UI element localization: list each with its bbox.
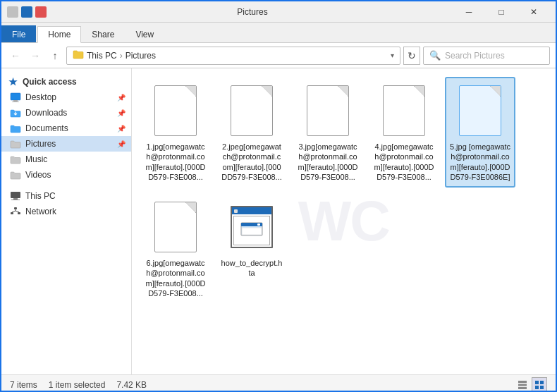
quick-access-label: Quick access — [23, 77, 77, 87]
file-name-5: 5.jpg [omegawatch@protonmail.com][feraut… — [449, 142, 511, 182]
forward-button[interactable]: → — [27, 47, 44, 64]
sidebar-downloads-label: Downloads — [25, 108, 67, 118]
sidebar-music-label: Music — [25, 154, 47, 164]
file-name-3: 3.jpg[omegawatch@protonmail.com][ferauto… — [297, 142, 359, 182]
file-item-hta[interactable]: how_to_decrypt.hta — [216, 193, 287, 304]
file-name-4: 4.jpg[omegawatch@protonmail.com][ferauto… — [373, 142, 435, 182]
svg-rect-4 — [13, 198, 18, 200]
file-icon-wrapper-3 — [302, 82, 353, 139]
search-field[interactable]: 🔍 Search Pictures — [423, 47, 550, 65]
svg-line-10 — [12, 211, 16, 212]
svg-rect-0 — [11, 93, 20, 100]
status-size: 7.42 KB — [116, 380, 147, 390]
sidebar-item-thispc[interactable]: This PC — [1, 188, 131, 204]
sidebar-pictures-label: Pictures — [25, 139, 56, 149]
file-name-2: 2.jpeg[omegawatch@protonmail.com][feraut… — [221, 142, 283, 182]
back-button[interactable]: ← — [7, 47, 24, 64]
search-placeholder: Search Pictures — [445, 51, 505, 61]
up-button[interactable]: ↑ — [47, 47, 63, 64]
svg-rect-17 — [518, 384, 527, 386]
svg-rect-6 — [14, 207, 17, 209]
svg-rect-5 — [11, 200, 20, 200]
address-dropdown-arrow[interactable]: ▾ — [391, 51, 394, 59]
address-field[interactable]: This PC › Pictures ▾ — [66, 47, 400, 65]
file-area: WC 1.jpg[omegawatch@protonmail.com][fera… — [132, 68, 556, 374]
svg-rect-1 — [13, 100, 18, 102]
svg-rect-2 — [12, 102, 19, 102]
file-page-2 — [231, 85, 273, 136]
videos-icon — [10, 169, 21, 180]
refresh-button[interactable]: ↻ — [403, 47, 420, 65]
tb-icon-3 — [35, 6, 47, 18]
file-page-1 — [154, 85, 197, 136]
file-item-6[interactable]: 6.jpg[omegawatch@protonmail.com][ferauto… — [140, 193, 211, 304]
file-page-5 — [459, 85, 501, 136]
status-bar: 7 items 1 item selected 7.42 KB — [1, 374, 556, 392]
file-item-5[interactable]: 5.jpg [omegawatch@protonmail.com][feraut… — [445, 77, 515, 188]
svg-rect-21 — [535, 386, 539, 389]
sidebar-videos-label: Videos — [25, 170, 51, 180]
ribbon-tabs: File Home Share View — [1, 23, 556, 42]
status-item-count: 7 items — [10, 380, 37, 390]
svg-rect-7 — [11, 212, 13, 214]
tb-icon-1 — [7, 6, 18, 18]
sidebar-item-pictures[interactable]: Pictures 📌 — [1, 136, 131, 152]
sidebar-item-music[interactable]: Music — [1, 152, 131, 167]
sidebar-item-videos[interactable]: Videos — [1, 167, 131, 183]
sidebar-quick-access: ★ Quick access — [1, 74, 131, 90]
file-page-6 — [154, 202, 197, 252]
svg-rect-8 — [18, 212, 20, 214]
downloads-icon — [10, 107, 21, 118]
desktop-icon — [10, 92, 21, 103]
status-selected: 1 item selected — [49, 380, 106, 390]
documents-pin: 📌 — [117, 125, 126, 133]
sidebar-item-desktop[interactable]: Desktop 📌 — [1, 90, 131, 105]
svg-rect-22 — [540, 386, 544, 389]
svg-rect-15 — [242, 228, 262, 235]
file-page-3 — [307, 85, 349, 136]
downloads-pin: 📌 — [117, 109, 126, 117]
quick-access-icon: ★ — [7, 76, 18, 87]
pictures-pin: 📌 — [117, 140, 126, 148]
close-button[interactable]: ✕ — [518, 1, 550, 23]
hta-file-icon — [231, 206, 273, 248]
file-page-4 — [383, 85, 425, 136]
file-icon-wrapper-6 — [150, 199, 201, 255]
address-pictures: Pictures — [126, 51, 156, 61]
maximize-button[interactable]: □ — [485, 1, 518, 23]
file-item-4[interactable]: 4.jpg[omegawatch@protonmail.com][ferauto… — [369, 77, 439, 188]
title-bar: Pictures ─ □ ✕ — [1, 1, 556, 23]
thispc-icon — [10, 190, 21, 202]
svg-rect-3 — [11, 192, 20, 198]
sidebar-documents-label: Documents — [25, 123, 68, 133]
sidebar-item-documents[interactable]: Documents 📌 — [1, 121, 131, 136]
minimize-button[interactable]: ─ — [453, 1, 485, 23]
file-item-1[interactable]: 1.jpg[omegawatch@protonmail.com][ferauto… — [140, 77, 211, 188]
file-icon-wrapper-hta — [226, 199, 277, 255]
search-icon: 🔍 — [429, 50, 441, 61]
file-icon-wrapper-1 — [150, 82, 201, 139]
network-icon — [10, 206, 21, 217]
desktop-pin: 📌 — [117, 94, 126, 102]
file-item-2[interactable]: 2.jpeg[omegawatch@protonmail.com][feraut… — [216, 77, 287, 188]
title-bar-controls: ─ □ ✕ — [453, 1, 550, 23]
sidebar-desktop-label: Desktop — [25, 92, 56, 102]
watermark: WC — [298, 189, 389, 254]
music-icon — [10, 154, 21, 165]
sidebar-item-downloads[interactable]: Downloads 📌 — [1, 105, 131, 121]
tab-file[interactable]: File — [1, 25, 36, 42]
view-grid-button[interactable] — [532, 377, 547, 393]
tab-view[interactable]: View — [125, 25, 164, 42]
tab-home[interactable]: Home — [37, 26, 81, 43]
tab-share[interactable]: Share — [81, 25, 125, 42]
tb-icon-2 — [21, 6, 32, 18]
svg-rect-19 — [535, 381, 539, 384]
svg-rect-18 — [518, 387, 527, 389]
view-icons — [515, 377, 547, 393]
sidebar-item-network[interactable]: Network — [1, 204, 131, 219]
svg-rect-20 — [540, 381, 544, 384]
address-home-icon — [73, 49, 84, 61]
file-item-3[interactable]: 3.jpg[omegawatch@protonmail.com][ferauto… — [293, 77, 363, 188]
view-list-button[interactable] — [515, 377, 530, 393]
documents-icon — [10, 123, 21, 134]
